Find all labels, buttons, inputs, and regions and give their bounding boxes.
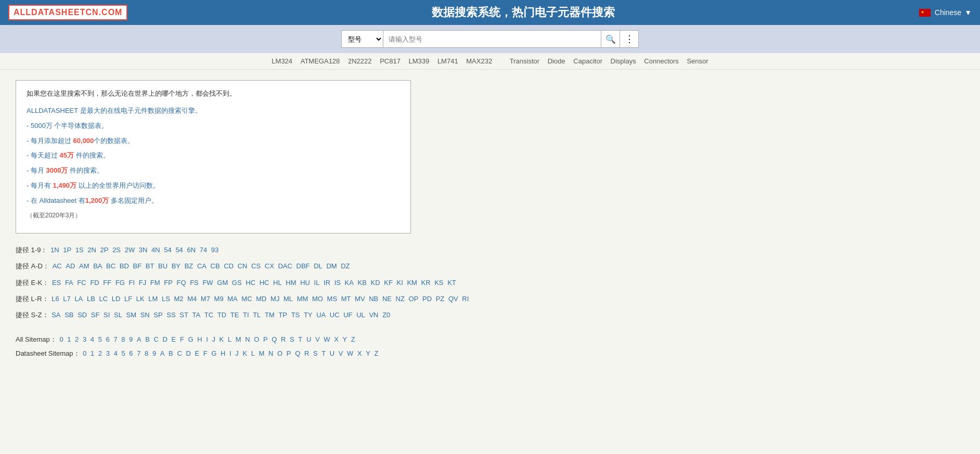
sc-bu[interactable]: BU: [158, 262, 167, 270]
sm-ds-g[interactable]: G: [211, 349, 216, 357]
sm-ds-7[interactable]: 7: [137, 349, 140, 357]
sc-nb[interactable]: NB: [369, 295, 378, 303]
sm-ds-3[interactable]: 3: [106, 349, 110, 357]
sc-z0[interactable]: Z0: [382, 311, 390, 319]
sc-ts[interactable]: TS: [291, 311, 300, 319]
quick-link-displays[interactable]: Displays: [611, 57, 636, 65]
sc-bf[interactable]: BF: [133, 262, 141, 270]
sc-hc1[interactable]: HC: [246, 279, 255, 287]
sc-cx[interactable]: CX: [265, 262, 274, 270]
sc-dl[interactable]: DL: [314, 262, 323, 270]
sm-all-n[interactable]: N: [245, 335, 250, 343]
sm-all-7[interactable]: 7: [113, 335, 117, 343]
sc-fi[interactable]: FI: [129, 279, 135, 287]
sc-fa[interactable]: FA: [65, 279, 73, 287]
sc-fd[interactable]: FD: [90, 279, 99, 287]
sc-bd[interactable]: BD: [120, 262, 129, 270]
sc-ld[interactable]: LD: [112, 295, 121, 303]
sm-ds-r[interactable]: R: [304, 349, 309, 357]
sc-sm[interactable]: SM: [126, 311, 137, 319]
shortcut-2s[interactable]: 2S: [112, 246, 121, 254]
sc-ls[interactable]: LS: [162, 295, 170, 303]
shortcut-2p[interactable]: 2P: [100, 246, 109, 254]
sc-hl[interactable]: HL: [273, 279, 282, 287]
sc-hc2[interactable]: HC: [260, 279, 269, 287]
quick-link-diode[interactable]: Diode: [548, 57, 565, 65]
sc-ad[interactable]: AD: [66, 262, 75, 270]
sc-tp[interactable]: TP: [278, 311, 287, 319]
sc-sn[interactable]: SN: [140, 311, 150, 319]
sm-ds-a[interactable]: A: [160, 349, 165, 357]
sc-ul[interactable]: UL: [356, 311, 365, 319]
sc-mv[interactable]: MV: [355, 295, 365, 303]
sc-mj[interactable]: MJ: [270, 295, 279, 303]
sm-all-b[interactable]: B: [145, 335, 150, 343]
sm-all-w[interactable]: W: [324, 335, 330, 343]
quick-link-transistor[interactable]: Transistor: [510, 57, 539, 65]
sc-mo[interactable]: MO: [312, 295, 323, 303]
sm-ds-w[interactable]: W: [347, 349, 353, 357]
sc-cs[interactable]: CS: [251, 262, 261, 270]
sm-all-8[interactable]: 8: [121, 335, 125, 343]
sc-td[interactable]: TD: [217, 311, 226, 319]
shortcut-1n[interactable]: 1N: [50, 246, 59, 254]
sc-ml[interactable]: ML: [283, 295, 293, 303]
quick-link-max232[interactable]: MAX232: [466, 57, 492, 65]
shortcut-2n[interactable]: 2N: [87, 246, 96, 254]
quick-link-2n2222[interactable]: 2N2222: [348, 57, 372, 65]
sc-ac[interactable]: AC: [53, 262, 62, 270]
sc-dz[interactable]: DZ: [341, 262, 350, 270]
sm-all-t[interactable]: T: [298, 335, 302, 343]
sm-ds-i[interactable]: I: [229, 349, 231, 357]
sm-all-u[interactable]: U: [306, 335, 311, 343]
sc-sb[interactable]: SB: [65, 311, 73, 319]
shortcut-3n[interactable]: 3N: [139, 246, 148, 254]
sc-vn[interactable]: VN: [369, 311, 378, 319]
sc-kb[interactable]: KB: [358, 279, 367, 287]
sc-cb[interactable]: CB: [211, 262, 220, 270]
sc-bc[interactable]: BC: [106, 262, 115, 270]
quick-link-lm324[interactable]: LM324: [272, 57, 292, 65]
sc-uc[interactable]: UC: [330, 311, 340, 319]
sm-all-g[interactable]: G: [188, 335, 193, 343]
sc-fg[interactable]: FG: [115, 279, 125, 287]
sc-sp[interactable]: SP: [153, 311, 162, 319]
sm-all-d[interactable]: D: [163, 335, 167, 343]
shortcut-1p[interactable]: 1P: [63, 246, 71, 254]
sm-all-k[interactable]: K: [220, 335, 224, 343]
sc-dbf[interactable]: DBF: [296, 262, 310, 270]
shortcut-2w[interactable]: 2W: [125, 246, 135, 254]
sc-dac[interactable]: DAC: [278, 262, 292, 270]
sc-sd[interactable]: SD: [78, 311, 87, 319]
sm-ds-q[interactable]: Q: [295, 349, 300, 357]
sc-kr[interactable]: KR: [421, 279, 431, 287]
sc-ty[interactable]: TY: [304, 311, 313, 319]
sm-all-v[interactable]: V: [315, 335, 320, 343]
sc-md[interactable]: MD: [256, 295, 266, 303]
quick-link-lm741[interactable]: LM741: [437, 57, 458, 65]
sc-sa[interactable]: SA: [51, 311, 60, 319]
sc-fj[interactable]: FJ: [139, 279, 146, 287]
shortcut-6n[interactable]: 6N: [187, 246, 196, 254]
sc-cn[interactable]: CN: [238, 262, 248, 270]
quick-link-capacitor[interactable]: Capacitor: [573, 57, 602, 65]
sm-ds-6[interactable]: 6: [129, 349, 133, 357]
sc-fw[interactable]: FW: [202, 279, 213, 287]
sc-ki[interactable]: KI: [396, 279, 403, 287]
sc-mc[interactable]: MC: [241, 295, 252, 303]
quick-link-sensor[interactable]: Sensor: [687, 57, 708, 65]
sm-all-x[interactable]: X: [334, 335, 339, 343]
sc-tm[interactable]: TM: [265, 311, 275, 319]
sc-ri[interactable]: RI: [462, 295, 469, 303]
more-menu-button[interactable]: ⋮: [620, 30, 639, 48]
sm-ds-l[interactable]: L: [251, 349, 255, 357]
sm-ds-k[interactable]: K: [242, 349, 247, 357]
sc-ir[interactable]: IR: [324, 279, 330, 287]
sm-all-6[interactable]: 6: [106, 335, 110, 343]
sc-lk[interactable]: LK: [136, 295, 145, 303]
sm-all-p[interactable]: P: [263, 335, 268, 343]
sm-all-h[interactable]: H: [197, 335, 202, 343]
sc-ua[interactable]: UA: [316, 311, 326, 319]
sc-bt[interactable]: BT: [146, 262, 154, 270]
sm-ds-m[interactable]: M: [259, 349, 265, 357]
